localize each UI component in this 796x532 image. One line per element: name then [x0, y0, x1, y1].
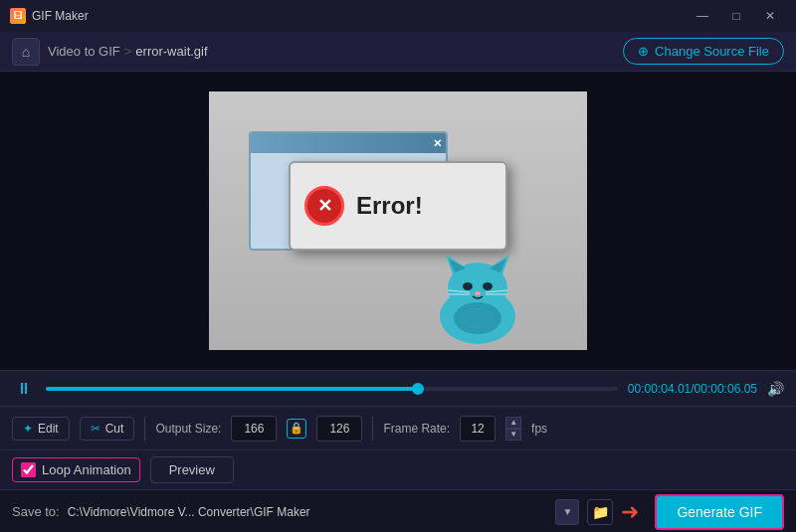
save-path-display: C:\Vidmore\Vidmore V... Converter\GIF Ma… [68, 505, 548, 519]
maximize-button[interactable]: □ [720, 5, 752, 27]
breadcrumb-part1[interactable]: Video to GIF [48, 44, 120, 59]
breadcrumb: Video to GIF > error-wait.gif [48, 44, 208, 59]
fps-unit-label: fps [531, 422, 547, 436]
controls-bar: ✦ Edit ✂ Cut Output Size: 🔒 Frame Rate: … [0, 406, 796, 449]
title-bar-left: 🎞 GIF Maker [10, 8, 89, 24]
change-source-label: Change Source File [655, 44, 769, 59]
nav-bar: ⌂ Video to GIF > error-wait.gif ⊕ Change… [0, 32, 796, 72]
close-button[interactable]: ✕ [754, 5, 786, 27]
time-display: 00:00:04.01/00:00:06.05 [628, 382, 757, 396]
fps-input[interactable] [460, 416, 496, 442]
edit-label: Edit [38, 422, 59, 436]
edit-icon: ✦ [23, 422, 33, 436]
generate-gif-button[interactable]: Generate GIF [655, 494, 784, 530]
title-bar: 🎞 GIF Maker — □ ✕ [0, 0, 796, 32]
change-source-button[interactable]: ⊕ Change Source File [623, 38, 784, 65]
dialog-back-titlebar: ✕ [251, 133, 446, 153]
video-area: ✕ Error! [0, 72, 796, 370]
window-controls: — □ ✕ [687, 5, 786, 27]
dialog-close-x: ✕ [433, 137, 442, 150]
arrow-indicator: ➜ [621, 499, 639, 525]
aspect-lock-button[interactable]: 🔒 [287, 419, 306, 439]
fps-up-button[interactable]: ▲ [505, 417, 521, 429]
save-to-label: Save to: [12, 504, 60, 519]
frame-rate-label: Frame Rate: [383, 422, 450, 436]
svg-point-6 [454, 302, 501, 334]
output-size-label: Output Size: [155, 422, 221, 436]
loop-wrapper: Loop Animation [12, 457, 140, 482]
app-icon: 🎞 [10, 8, 26, 24]
cat-svg [418, 227, 537, 346]
vertical-separator-1 [144, 417, 145, 441]
svg-point-7 [463, 282, 473, 290]
loop-checkbox[interactable] [21, 462, 36, 477]
vertical-separator-2 [372, 417, 373, 441]
fps-down-button[interactable]: ▼ [505, 429, 521, 441]
error-text: Error! [356, 192, 423, 220]
progress-thumb[interactable] [412, 383, 424, 395]
progress-bar[interactable] [46, 387, 618, 391]
progress-fill [46, 387, 418, 391]
width-input[interactable] [231, 416, 277, 442]
breadcrumb-separator: > [124, 44, 132, 59]
svg-point-8 [483, 282, 493, 290]
folder-icon: 📁 [592, 504, 609, 520]
playback-bar: ⏸ 00:00:04.01/00:00:06.05 🔊 [0, 370, 796, 406]
time-current: 00:00:04.01 [628, 382, 691, 396]
error-icon [304, 186, 344, 226]
save-bar: Save to: C:\Vidmore\Vidmore V... Convert… [0, 489, 796, 532]
change-source-icon: ⊕ [638, 44, 649, 59]
gif-preview: ✕ Error! [209, 91, 587, 350]
preview-button[interactable]: Preview [150, 456, 234, 483]
app-title: GIF Maker [32, 9, 89, 23]
svg-point-9 [475, 291, 481, 295]
fps-spinner[interactable]: ▲ ▼ [505, 417, 521, 441]
open-folder-button[interactable]: 📁 [587, 499, 613, 525]
edit-button[interactable]: ✦ Edit [12, 417, 70, 441]
cut-label: Cut [105, 422, 124, 436]
save-path-dropdown[interactable]: ▼ [555, 499, 579, 525]
cut-button[interactable]: ✂ Cut [80, 417, 135, 441]
loop-label[interactable]: Loop Animation [42, 462, 131, 477]
home-icon: ⌂ [22, 44, 30, 60]
height-input[interactable] [316, 416, 362, 442]
play-pause-button[interactable]: ⏸ [12, 377, 36, 401]
breadcrumb-current: error-wait.gif [135, 44, 207, 59]
lock-icon: 🔒 [290, 422, 303, 435]
home-button[interactable]: ⌂ [12, 38, 40, 66]
loop-bar: Loop Animation Preview [0, 449, 796, 489]
cut-icon: ✂ [91, 422, 100, 436]
time-total: 00:00:06.05 [695, 382, 757, 396]
volume-button[interactable]: 🔊 [767, 381, 784, 397]
cat-character [418, 227, 537, 350]
minimize-button[interactable]: — [687, 5, 718, 27]
nav-left: ⌂ Video to GIF > error-wait.gif [12, 38, 208, 66]
